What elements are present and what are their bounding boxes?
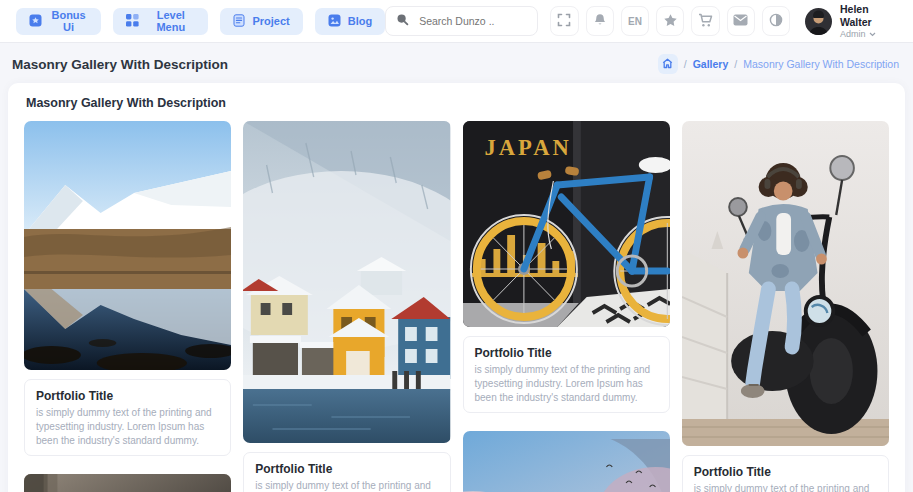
gallery-item: JAPAN [463, 121, 670, 413]
masonry-column: Portfolio Title is simply dummy text of … [682, 121, 889, 492]
gallery-item-caption: Portfolio Title is simply dummy text of … [24, 379, 231, 456]
home-icon [662, 58, 673, 71]
portfolio-title: Portfolio Title [255, 462, 438, 476]
messages-button[interactable] [727, 6, 755, 36]
gallery-item-caption: Portfolio Title is simply dummy text of … [463, 336, 670, 413]
nav-button-bonus-ui[interactable]: Bonus Ui [16, 8, 101, 35]
japan-sign-text: JAPAN [484, 135, 571, 160]
search-box[interactable] [385, 6, 538, 36]
masonry-column: Portfolio Title is simply dummy text of … [243, 121, 450, 492]
chevron-down-icon [869, 29, 876, 39]
blog-icon [328, 14, 341, 29]
nav-button-level-menu[interactable]: Level Menu [113, 8, 208, 35]
masonry-column: Portfolio Title is simply dummy text of … [24, 121, 231, 492]
gallery-item: Portfolio Title is simply dummy text of … [24, 474, 231, 492]
portfolio-description: is simply dummy text of the printing and… [36, 406, 219, 447]
portfolio-description: is simply dummy text of the printing and… [694, 482, 877, 492]
nav-button-project[interactable]: Project [220, 8, 302, 35]
star-icon [663, 13, 678, 30]
maximize-button[interactable] [550, 6, 578, 36]
maximize-icon [557, 13, 571, 29]
bookmark-button[interactable] [656, 6, 684, 36]
dark-mode-button[interactable] [762, 6, 790, 36]
user-role: Admin [840, 29, 866, 39]
gallery-card: Masonry Gallery With Description [8, 83, 905, 492]
portfolio-title: Portfolio Title [475, 346, 658, 360]
breadcrumb-separator: / [734, 58, 737, 70]
cart-button[interactable] [691, 6, 719, 36]
cart-icon [698, 13, 713, 30]
masonry-grid: Portfolio Title is simply dummy text of … [8, 121, 905, 492]
nav-button-blog[interactable]: Blog [315, 8, 385, 35]
language-button[interactable]: EN [621, 6, 649, 36]
bell-icon [593, 13, 607, 29]
gallery-image-mountain-lake[interactable] [24, 121, 231, 370]
top-navbar: Bonus Ui Level Menu Project Blog EN [0, 0, 913, 42]
nav-button-label: Blog [348, 15, 372, 27]
search-icon [396, 12, 409, 30]
gallery-item: Portfolio Title is simply dummy text of … [243, 121, 450, 492]
nav-button-group: Bonus Ui Level Menu Project Blog [16, 8, 385, 35]
contrast-icon [769, 13, 783, 29]
page-header: Masonry Gallery With Description / Galle… [0, 42, 913, 83]
breadcrumb-current: Masonry Gallery With Description [743, 58, 899, 70]
bonus-ui-icon [29, 14, 42, 29]
breadcrumb-home-link[interactable] [658, 54, 678, 74]
gallery-image-bicycle-japan[interactable]: JAPAN [463, 121, 670, 327]
level-menu-icon [126, 14, 139, 29]
user-name: Helen Walter [840, 3, 897, 29]
page-title: Masonry Gallery With Description [12, 57, 228, 72]
notifications-button[interactable] [586, 6, 614, 36]
project-icon [233, 14, 245, 29]
gallery-image-scooter-woman[interactable] [682, 121, 889, 446]
gallery-item-caption: Portfolio Title is simply dummy text of … [243, 452, 450, 492]
avatar [805, 8, 832, 35]
mail-icon [733, 14, 748, 28]
gallery-item: Portfolio Title is simply dummy text of … [682, 121, 889, 492]
breadcrumb-separator: / [684, 58, 687, 70]
breadcrumb-section-link[interactable]: Gallery [693, 58, 729, 70]
gallery-image-pink-sky[interactable] [463, 431, 670, 492]
card-title: Masonry Gallery With Description [8, 83, 905, 121]
breadcrumb: / Gallery / Masonry Gallery With Descrip… [658, 54, 899, 74]
gallery-item-caption: Portfolio Title is simply dummy text of … [682, 455, 889, 492]
search-input[interactable] [417, 14, 527, 28]
topbar-actions: EN Helen Walter Admin [385, 3, 897, 39]
gallery-item: Portfolio Title is simply dummy text of … [463, 431, 670, 492]
nav-button-label: Project [252, 15, 289, 27]
user-menu[interactable]: Helen Walter Admin [805, 3, 897, 39]
gallery-item: Portfolio Title is simply dummy text of … [24, 121, 231, 456]
portfolio-title: Portfolio Title [694, 465, 877, 479]
nav-button-label: Bonus Ui [49, 9, 88, 33]
portfolio-description: is simply dummy text of the printing and… [475, 363, 658, 404]
masonry-column: JAPAN [463, 121, 670, 492]
gallery-image-snowy-village[interactable] [243, 121, 450, 443]
portfolio-title: Portfolio Title [36, 389, 219, 403]
portfolio-description: is simply dummy text of the printing and… [255, 479, 438, 492]
gallery-image-hand-closeup[interactable] [24, 474, 231, 492]
language-label: EN [628, 16, 642, 27]
nav-button-label: Level Menu [146, 9, 195, 33]
